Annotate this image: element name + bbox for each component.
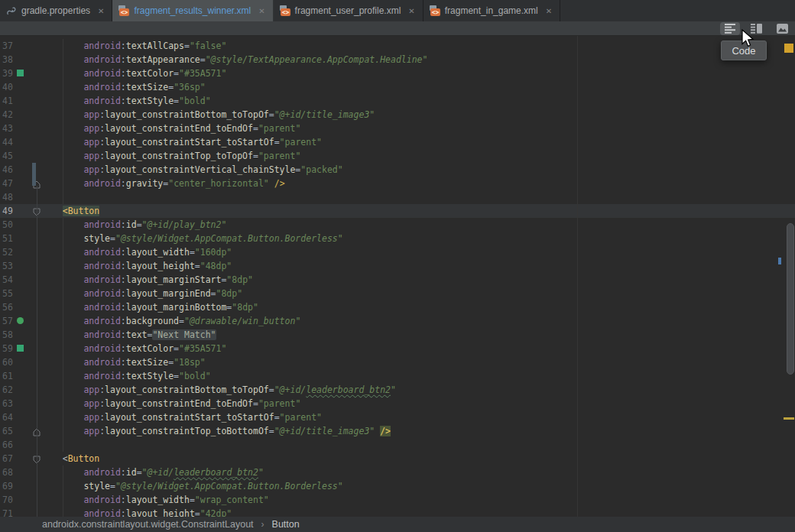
code-token: "packed" bbox=[300, 164, 342, 175]
line-number: 44 bbox=[0, 135, 15, 149]
code-line-66[interactable]: 66 bbox=[0, 438, 795, 452]
code-line-61[interactable]: 61 android:textStyle="bold" bbox=[0, 369, 795, 383]
code-line-52[interactable]: 52 android:layout_width="160dp" bbox=[0, 245, 795, 259]
tab-close-icon[interactable]: ✕ bbox=[408, 7, 414, 15]
code-text bbox=[41, 190, 795, 204]
code-text: app:layout_constraintVertical_chainStyle… bbox=[41, 163, 795, 177]
code-text: style="@style/Widget.AppCompat.Button.Bo… bbox=[41, 232, 795, 245]
code-line-40[interactable]: 40 android:textSize="36sp" bbox=[0, 80, 795, 94]
code-token: android bbox=[83, 178, 120, 189]
tab-close-icon[interactable]: ✕ bbox=[546, 7, 552, 15]
color-preview-icon[interactable] bbox=[17, 345, 24, 352]
code-line-46[interactable]: 46 app:layout_constraintVertical_chainSt… bbox=[0, 163, 795, 177]
editor-tab-bar: gradle.properties✕<>fragment_results_win… bbox=[0, 0, 795, 21]
code-token: "@+id/title_image3" bbox=[274, 426, 375, 436]
code-token: Button bbox=[68, 453, 100, 464]
code-token: "8dp" bbox=[226, 274, 253, 285]
error-stripe-changed-mark[interactable] bbox=[778, 258, 781, 264]
code-line-71[interactable]: 71 android:layout_height="42dp" bbox=[0, 507, 795, 517]
code-line-53[interactable]: 53 android:layout_height="48dp" bbox=[0, 259, 795, 273]
line-number: 55 bbox=[0, 287, 15, 300]
mouse-cursor bbox=[741, 29, 754, 47]
code-view-button[interactable] bbox=[720, 22, 740, 35]
code-line-38[interactable]: 38 android:textAppearance="@style/TextAp… bbox=[0, 53, 795, 66]
indent-guide bbox=[63, 245, 63, 259]
code-line-60[interactable]: 60 android:textSize="18sp" bbox=[0, 355, 795, 369]
tab-close-icon[interactable]: ✕ bbox=[98, 7, 104, 15]
code-text: android:layout_marginBottom="8dp" bbox=[41, 300, 795, 314]
code-token: style bbox=[83, 481, 110, 491]
code-line-51[interactable]: 51 style="@style/Widget.AppCompat.Button… bbox=[0, 232, 795, 245]
code-text: app:layout_constraintStart_toStartOf="pa… bbox=[41, 135, 795, 149]
editor-tab-gradle-properties[interactable]: gradle.properties✕ bbox=[0, 0, 112, 21]
code-token: = bbox=[179, 316, 184, 326]
code-line-56[interactable]: 56 android:layout_marginBottom="8dp" bbox=[0, 300, 795, 314]
code-line-59[interactable]: 59 android:textColor="#35A571" bbox=[0, 342, 795, 355]
code-line-70[interactable]: 70 android:layout_width="wrap_content" bbox=[0, 493, 795, 507]
code-line-37[interactable]: 37 android:textAllCaps="false" bbox=[0, 39, 795, 53]
code-token: android bbox=[83, 508, 120, 517]
code-line-39[interactable]: 39 android:textColor="#35A571" bbox=[0, 66, 795, 80]
code-line-54[interactable]: 54 android:layout_marginStart="8dp" bbox=[0, 273, 795, 287]
code-area[interactable]: 37 android:textAllCaps="false"38 android… bbox=[0, 36, 795, 517]
code-token: layout_constraintEnd_toEndOf bbox=[105, 398, 253, 409]
error-stripe-annotations-indicator[interactable] bbox=[784, 44, 793, 53]
code-line-50[interactable]: 50 android:id="@+id/play_btn2" bbox=[0, 218, 795, 232]
code-line-67[interactable]: 67 <Button bbox=[0, 452, 795, 466]
scrollbar-thumb[interactable] bbox=[787, 223, 794, 375]
code-text: app:layout_constraintTop_toTopOf="parent… bbox=[41, 149, 795, 163]
code-line-68[interactable]: 68 android:id="@+id/leaderboard_btn2" bbox=[0, 466, 795, 479]
design-view-icon bbox=[777, 24, 788, 34]
code-line-48[interactable]: 48 bbox=[0, 190, 795, 204]
tab-close-icon[interactable]: ✕ bbox=[258, 7, 264, 15]
code-token: app bbox=[83, 426, 99, 436]
code-line-64[interactable]: 64 app:layout_constraintStart_toStartOf=… bbox=[0, 410, 795, 424]
code-line-55[interactable]: 55 android:layout_marginEnd="8dp" bbox=[0, 287, 795, 300]
code-view-icon bbox=[725, 24, 735, 34]
editor-tab-fragment_results_winner-xml[interactable]: <>fragment_results_winner.xml✕ bbox=[112, 0, 273, 21]
editor-tab-fragment_in_game-xml[interactable]: <>fragment_in_game.xml✕ bbox=[423, 0, 560, 21]
code-token: = bbox=[137, 219, 142, 230]
editor-tab-fragment_user_profile-xml[interactable]: <>fragment_user_profile.xml✕ bbox=[274, 0, 423, 21]
code-line-44[interactable]: 44 app:layout_constraintStart_toStartOf=… bbox=[0, 135, 795, 149]
code-line-63[interactable]: 63 app:layout_constraintEnd_toEndOf="par… bbox=[0, 397, 795, 410]
code-text: android:text="Next Match" bbox=[41, 328, 795, 342]
indent-guide bbox=[63, 369, 63, 383]
line-number: 56 bbox=[0, 300, 15, 314]
error-stripe-warning-mark[interactable] bbox=[784, 417, 794, 420]
code-line-41[interactable]: 41 android:textStyle="bold" bbox=[0, 94, 795, 108]
code-line-57[interactable]: 57 android:background="@drawable/win_but… bbox=[0, 314, 795, 328]
code-token: layout_height bbox=[126, 261, 195, 271]
breadcrumb-item[interactable]: androidx.constraintlayout.widget.Constra… bbox=[42, 519, 254, 530]
code-line-47[interactable]: 47 android:gravity="center_horizontal" /… bbox=[0, 177, 795, 190]
code-editor[interactable]: 37 android:textAllCaps="false"38 android… bbox=[0, 36, 795, 517]
line-number: 43 bbox=[0, 122, 15, 135]
code-line-49[interactable]: 49 <Button bbox=[0, 204, 795, 218]
code-token: "8dp" bbox=[216, 288, 243, 299]
line-number: 69 bbox=[0, 479, 15, 493]
code-line-69[interactable]: 69 style="@style/Widget.AppCompat.Button… bbox=[0, 479, 795, 493]
line-number: 62 bbox=[0, 383, 15, 397]
code-line-43[interactable]: 43 app:layout_constraintEnd_toEndOf="par… bbox=[0, 122, 795, 135]
breadcrumb-item[interactable]: Button bbox=[272, 519, 300, 530]
code-token: layout_width bbox=[126, 495, 190, 505]
code-line-65[interactable]: 65 app:layout_constraintTop_toBottomOf="… bbox=[0, 424, 795, 438]
code-token: textColor bbox=[126, 68, 174, 79]
code-line-58[interactable]: 58 android:text="Next Match" bbox=[0, 328, 795, 342]
code-line-62[interactable]: 62 app:layout_constraintBottom_toTopOf="… bbox=[0, 383, 795, 397]
color-preview-icon[interactable] bbox=[17, 70, 24, 76]
breadcrumb: androidx.constraintlayout.widget.Constra… bbox=[0, 517, 795, 532]
indent-guide bbox=[63, 135, 63, 149]
android-studio-editor: gradle.properties✕<>fragment_results_win… bbox=[0, 0, 795, 532]
indent-guide bbox=[63, 424, 63, 438]
code-line-42[interactable]: 42 app:layout_constraintBottom_toTopOf="… bbox=[0, 108, 795, 122]
code-token: "18sp" bbox=[174, 357, 206, 368]
design-view-button[interactable] bbox=[772, 22, 792, 35]
xml-file-icon: <> bbox=[118, 5, 129, 17]
code-token: app bbox=[83, 398, 99, 409]
drawable-preview-icon[interactable] bbox=[17, 317, 24, 324]
code-token: android bbox=[83, 329, 120, 340]
code-line-45[interactable]: 45 app:layout_constraintTop_toTopOf="par… bbox=[0, 149, 795, 163]
code-token: layout_constraintBottom_toTopOf bbox=[105, 109, 269, 120]
indent-guide bbox=[63, 190, 63, 204]
